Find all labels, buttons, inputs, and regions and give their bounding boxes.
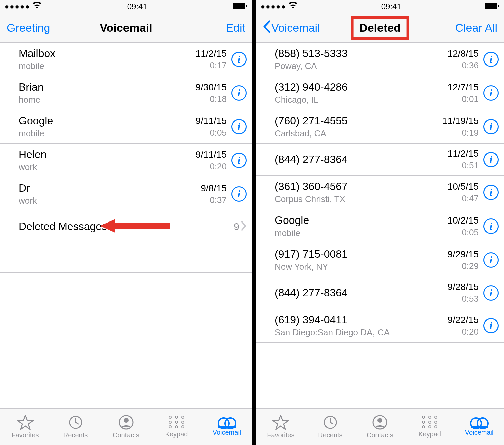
voicemail-duration: 0:20 (210, 161, 227, 172)
signal-icon: ●●●●● (5, 2, 30, 11)
svg-point-6 (124, 418, 129, 423)
voicemail-date: 10/2/15 (448, 215, 479, 226)
caller-sub: New York, NY (275, 262, 448, 272)
tab-contacts[interactable]: Contacts (355, 409, 405, 445)
tab-bar: Favorites Recents Contacts Keypad Voicem… (256, 408, 504, 445)
wifi-icon (33, 1, 41, 12)
info-button[interactable]: i (231, 153, 247, 168)
info-icon: i (238, 87, 240, 99)
voicemail-row[interactable]: (844) 277-836411/2/150:51i (256, 144, 504, 176)
chevron-left-icon (263, 20, 271, 36)
page-title: Voicemail (100, 21, 152, 34)
caller-sub: mobile (275, 228, 448, 238)
caller-name: (844) 277-8364 (275, 287, 448, 299)
tab-favorites[interactable]: Favorites (0, 409, 50, 445)
info-button[interactable]: i (483, 119, 499, 134)
info-button[interactable]: i (483, 185, 499, 200)
tab-keypad[interactable]: Keypad (151, 409, 202, 445)
info-button[interactable]: i (483, 252, 499, 268)
signal-icon: ●●●●● (261, 2, 286, 11)
voicemail-date: 12/7/15 (448, 82, 479, 93)
voicemail-date: 11/2/15 (448, 148, 479, 159)
tab-favorites[interactable]: Favorites (256, 409, 306, 445)
voicemail-date: 9/30/15 (196, 82, 227, 93)
phone-deleted: ●●●●● 09:41 Voicemail Deleted Clear All … (252, 0, 504, 445)
info-button[interactable]: i (231, 52, 247, 67)
voicemail-row[interactable]: Googlemobile10/2/150:05i (256, 209, 504, 243)
info-button[interactable]: i (483, 85, 499, 101)
keypad-icon (168, 416, 185, 429)
info-button[interactable]: i (483, 152, 499, 167)
voicemail-row[interactable]: (917) 715-0081New York, NY9/29/150:29i (256, 243, 504, 277)
tab-recents[interactable]: Recents (306, 409, 355, 445)
voicemail-row[interactable]: Brianhome9/30/150:18i (0, 76, 252, 110)
info-button[interactable]: i (483, 285, 499, 301)
battery-icon (233, 2, 247, 11)
status-time: 09:41 (381, 2, 401, 11)
voicemail-duration: 0:05 (462, 227, 479, 238)
clear-all-button[interactable]: Clear All (455, 21, 497, 34)
tab-recents[interactable]: Recents (50, 409, 101, 445)
voicemail-duration: 0:37 (210, 195, 227, 205)
info-button[interactable]: i (231, 186, 247, 202)
info-button[interactable]: i (483, 318, 499, 333)
edit-button[interactable]: Edit (226, 21, 245, 34)
tab-label: Contacts (113, 431, 139, 439)
empty-row (0, 303, 252, 334)
voicemail-row[interactable]: (361) 360-4567Corpus Christi, TX10/5/150… (256, 176, 504, 209)
info-icon: i (490, 121, 492, 132)
tab-voicemail[interactable]: Voicemail (454, 409, 504, 445)
caller-sub: San Diego:San Diego DA, CA (275, 327, 448, 338)
voicemail-row[interactable]: Googlemobile9/11/150:05i (0, 110, 252, 144)
info-icon: i (490, 87, 492, 99)
voicemail-date: 9/29/15 (448, 249, 479, 260)
caller-name: (619) 394-0411 (275, 314, 448, 326)
page-title: Deleted (351, 16, 409, 40)
info-icon: i (490, 287, 492, 299)
voicemail-duration: 0:51 (462, 160, 479, 171)
voicemail-row[interactable]: (312) 940-4286Chicago, IL12/7/150:01i (256, 76, 504, 110)
info-icon: i (490, 220, 492, 232)
caller-name: (361) 360-4567 (275, 180, 448, 193)
voicemail-row[interactable]: (619) 394-0411San Diego:San Diego DA, CA… (256, 309, 504, 343)
voicemail-row[interactable]: Drwork9/8/150:37i (0, 177, 252, 211)
info-button[interactable]: i (483, 52, 499, 67)
voicemail-icon (218, 417, 236, 427)
voicemail-row[interactable]: (858) 513-5333Poway, CA12/8/150:36i (256, 43, 504, 76)
voicemail-date: 12/8/15 (448, 48, 479, 59)
back-button[interactable]: Voicemail (263, 20, 320, 36)
voicemail-date: 9/11/15 (196, 149, 227, 160)
voicemail-date: 9/11/15 (196, 116, 227, 126)
caller-sub: Chicago, IL (275, 95, 448, 105)
info-button[interactable]: i (231, 85, 247, 101)
voicemail-list: Mailboxmobile11/2/150:17iBrianhome9/30/1… (0, 43, 252, 408)
info-icon: i (238, 54, 240, 65)
info-icon: i (490, 154, 492, 165)
voicemail-row[interactable]: (760) 271-4555Carlsbad, CA11/19/150:19i (256, 110, 504, 144)
tab-voicemail[interactable]: Voicemail (202, 409, 252, 445)
caller-name: (312) 940-4286 (275, 81, 448, 93)
tab-contacts[interactable]: Contacts (101, 409, 151, 445)
voicemail-row[interactable]: Mailboxmobile11/2/150:17i (0, 43, 252, 76)
empty-row (0, 273, 252, 303)
keypad-icon (421, 416, 438, 429)
greeting-button[interactable]: Greeting (7, 21, 50, 34)
tab-label: Voicemail (465, 429, 494, 436)
voicemail-row[interactable]: (844) 277-83649/28/150:53i (256, 277, 504, 309)
caller-name: Google (275, 214, 448, 227)
caller-name: Mailbox (19, 47, 196, 60)
caller-sub: Poway, CA (275, 61, 448, 71)
tab-label: Favorites (267, 431, 294, 439)
tab-keypad[interactable]: Keypad (405, 409, 455, 445)
info-icon: i (238, 155, 240, 166)
voicemail-row[interactable]: Helenwork9/11/150:20i (0, 144, 252, 177)
caller-name: (858) 513-5333 (275, 47, 448, 60)
info-button[interactable]: i (231, 119, 247, 134)
svg-rect-7 (485, 3, 497, 9)
voicemail-date: 9/22/15 (448, 315, 479, 325)
svg-marker-3 (18, 415, 33, 429)
info-button[interactable]: i (483, 218, 499, 234)
tab-label: Keypad (165, 430, 188, 438)
status-bar: ●●●●● 09:41 (256, 0, 504, 13)
deleted-messages-row[interactable]: Deleted Messages 9 (0, 211, 252, 242)
